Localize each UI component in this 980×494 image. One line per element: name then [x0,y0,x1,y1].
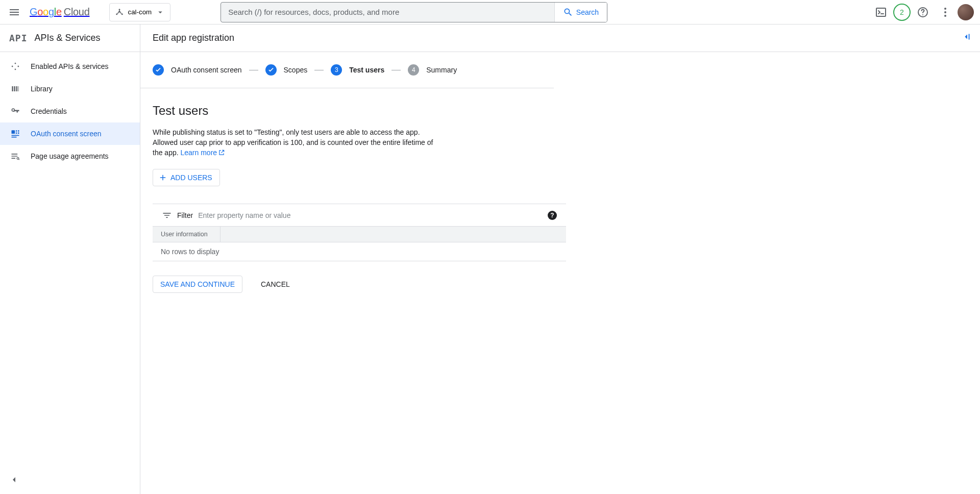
filter-label: Filter [177,211,193,219]
key-icon [10,106,20,116]
step-done-badge [153,64,164,76]
plus-icon [158,173,167,182]
step-separator [314,70,324,70]
search-button[interactable]: Search [554,3,607,22]
hamburger-icon [8,6,20,18]
page-layout: API APIs & Services Enabled APIs & servi… [0,24,980,494]
svg-point-5 [944,8,946,10]
column-header-user-info[interactable]: User information [153,227,220,242]
form-actions: SAVE AND CONTINUE CANCEL [153,276,566,293]
svg-point-1 [116,13,117,15]
wizard-stepper: OAuth consent screen Scopes 3 Test users… [140,52,554,88]
svg-rect-9 [16,130,17,132]
step-separator [391,70,401,70]
step-current-badge: 3 [331,64,342,76]
sidebar-item-label: Credentials [31,107,67,115]
svg-rect-10 [18,130,19,132]
more-options-button[interactable] [935,2,955,22]
library-icon [10,84,20,94]
sidebar-item-enabled-apis[interactable]: Enabled APIs & services [0,55,140,78]
step-summary[interactable]: 4 Summary [408,64,457,76]
svg-point-0 [118,9,120,10]
step-label: Summary [426,66,457,74]
check-icon [267,66,275,73]
svg-point-2 [121,13,122,15]
cloud-shell-icon [875,6,887,18]
column-header-spacer [220,227,237,242]
content-area: Test users While publishing status is se… [140,88,578,303]
header-actions: 2 [871,2,974,22]
sidebar-item-label: Enabled APIs & services [31,62,109,70]
sidebar-item-label: OAuth consent screen [31,130,102,138]
filter-input[interactable] [198,211,543,219]
step-label: OAuth consent screen [171,66,242,74]
users-table-header: User information [153,226,566,242]
dashboard-icon [10,61,20,71]
free-trial-badge[interactable]: 2 [893,4,911,21]
chevron-left-icon [8,474,20,486]
sidebar-nav: Enabled APIs & services Library Credenti… [0,52,140,167]
api-badge: API [9,33,28,43]
svg-rect-12 [18,133,19,134]
sidebar-item-oauth-consent[interactable]: OAuth consent screen [0,122,140,145]
dropdown-caret-icon [156,8,165,17]
help-circle-icon [917,6,929,18]
panel-collapse-icon [961,31,972,42]
learn-panel-toggle[interactable] [957,27,977,47]
filter-icon [162,210,172,220]
google-cloud-logo[interactable]: Google Cloud [30,6,90,18]
global-search: Search [220,2,607,22]
sidebar-item-credentials[interactable]: Credentials [0,100,140,122]
svg-rect-8 [12,130,15,134]
sidebar-collapse-button[interactable] [4,470,24,490]
save-continue-button[interactable]: SAVE AND CONTINUE [153,276,242,293]
section-title: Test users [153,104,566,118]
sidebar: API APIs & Services Enabled APIs & servi… [0,24,140,494]
add-users-button[interactable]: ADD USERS [153,169,220,186]
step-oauth-consent[interactable]: OAuth consent screen [153,64,242,76]
learn-more-link[interactable]: Learn more [181,149,226,157]
search-icon [563,7,573,17]
sidebar-item-label: Library [31,85,53,93]
sidebar-item-page-usage[interactable]: Page usage agreements [0,145,140,167]
step-test-users[interactable]: 3 Test users [331,64,384,76]
sidebar-item-label: Page usage agreements [31,152,109,160]
page-header: Edit app registration [140,24,980,52]
step-separator [249,70,258,70]
nav-menu-button[interactable] [4,2,24,22]
search-input[interactable] [221,3,554,22]
user-avatar[interactable] [958,4,974,20]
step-label: Test users [349,66,384,74]
svg-point-7 [944,15,946,17]
project-selector[interactable]: cal-com [109,3,171,21]
main-content: Edit app registration OAuth consent scre… [140,24,980,494]
svg-rect-11 [16,133,17,134]
svg-point-6 [944,11,946,13]
check-icon [155,66,162,73]
sidebar-header[interactable]: API APIs & Services [0,24,140,52]
cancel-button[interactable]: CANCEL [255,276,296,292]
svg-rect-13 [12,135,19,136]
consent-screen-icon [10,129,20,139]
sidebar-title: APIs & Services [35,33,101,43]
section-description: While publishing status is set to "Testi… [153,127,438,158]
filter-bar: Filter ? [153,204,566,226]
filter-help-button[interactable]: ? [548,211,557,220]
step-scopes[interactable]: Scopes [265,64,308,76]
cloud-shell-button[interactable] [871,2,891,22]
page-title: Edit app registration [153,33,234,43]
svg-rect-14 [12,137,17,138]
sidebar-item-library[interactable]: Library [0,78,140,100]
overflow-icon [939,6,951,18]
global-header: Google Cloud cal-com Search 2 [0,0,980,24]
svg-rect-3 [876,8,886,16]
step-pending-badge: 4 [408,64,419,76]
external-link-icon [218,149,225,156]
project-nodes-icon [115,8,124,17]
svg-point-15 [17,157,19,159]
help-button[interactable] [913,2,933,22]
agreements-icon [10,151,20,161]
project-name: cal-com [128,8,152,16]
step-label: Scopes [284,66,308,74]
svg-rect-16 [969,34,970,40]
